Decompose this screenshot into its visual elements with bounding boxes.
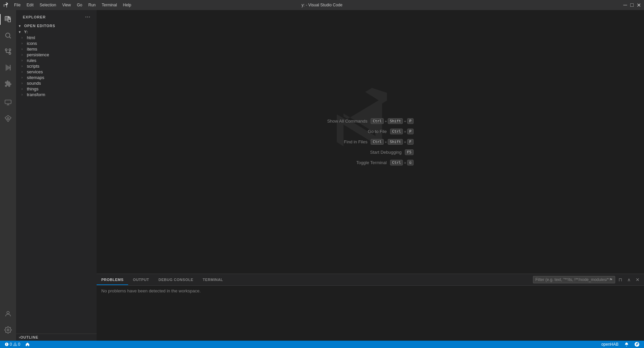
- folder-html[interactable]: › html: [16, 35, 97, 41]
- folder-icons-chevron: ›: [21, 42, 25, 45]
- menu-view[interactable]: View: [59, 2, 73, 8]
- menu-terminal[interactable]: Terminal: [99, 2, 119, 8]
- status-errors[interactable]: 0 0: [3, 341, 21, 348]
- outline-label: Outline: [20, 335, 38, 339]
- folder-items[interactable]: › items: [16, 46, 97, 52]
- status-notifications[interactable]: [623, 341, 630, 348]
- key-shift: Shift: [388, 118, 403, 124]
- menu-edit[interactable]: Edit: [24, 2, 36, 8]
- activity-explorer[interactable]: [0, 11, 16, 27]
- statusbar: 0 0 openHAB: [0, 341, 644, 348]
- app-icon: [3, 2, 9, 8]
- menu-file[interactable]: File: [11, 2, 23, 8]
- menu-help[interactable]: Help: [120, 2, 134, 8]
- panel-content: No problems have been detected in the wo…: [97, 286, 644, 341]
- shortcut-keys-debug: F5: [405, 149, 413, 155]
- folder-transform[interactable]: › transform: [16, 92, 97, 97]
- key-p: P: [407, 118, 414, 124]
- svg-marker-7: [6, 65, 10, 71]
- close-panel-button[interactable]: ✕: [634, 276, 641, 283]
- sidebar-header: Explorer ···: [16, 10, 97, 23]
- open-editors-header[interactable]: ▾ Open Editors: [16, 23, 97, 29]
- maximize-button[interactable]: □: [630, 3, 634, 7]
- activity-search[interactable]: [0, 27, 16, 44]
- shortcut-row-terminal: Toggle Terminal Ctrl + ü: [327, 160, 413, 165]
- shortcut-keys-file: Ctrl + P: [390, 129, 414, 134]
- folder-scripts[interactable]: › scripts: [16, 63, 97, 69]
- shortcut-row-file: Go to File Ctrl + P: [327, 129, 413, 134]
- folder-scripts-label: scripts: [27, 64, 40, 69]
- folder-sitemaps[interactable]: › sitemaps: [16, 75, 97, 80]
- activity-run[interactable]: [0, 60, 16, 76]
- svg-point-3: [5, 49, 7, 51]
- folder-things[interactable]: › things: [16, 86, 97, 92]
- status-openhab[interactable]: openHAB: [600, 341, 620, 348]
- y-folder-header[interactable]: ▾ Y:: [16, 29, 97, 35]
- transfer-panel-button[interactable]: ⊓: [616, 276, 624, 283]
- menu-selection[interactable]: Selection: [37, 2, 59, 8]
- activity-source-control[interactable]: [0, 44, 16, 60]
- bell-icon: [625, 342, 629, 346]
- window-controls: ─ □ ✕: [623, 3, 641, 7]
- shortcut-label-commands: Show All Commands: [327, 119, 367, 124]
- panel-tabs: Problems Output Debug Console Terminal ⚑…: [97, 274, 644, 286]
- svg-line-2: [9, 37, 11, 38]
- maximize-panel-button[interactable]: ∧: [625, 276, 633, 283]
- close-button[interactable]: ✕: [637, 3, 641, 7]
- key-ue: ü: [407, 160, 414, 165]
- folder-scripts-chevron: ›: [21, 64, 25, 68]
- activity-settings[interactable]: [0, 322, 16, 338]
- folder-items-label: items: [27, 47, 37, 52]
- shortcut-label-terminal: Toggle Terminal: [356, 160, 387, 165]
- shortcut-label-file: Go to File: [368, 129, 387, 134]
- folder-sounds[interactable]: › sounds: [16, 80, 97, 86]
- status-remote[interactable]: [633, 341, 641, 348]
- svg-point-13: [7, 311, 9, 314]
- filter-input-container: ⚑: [533, 276, 615, 283]
- folder-persistence[interactable]: › persistence: [16, 52, 97, 58]
- tab-terminal[interactable]: Terminal: [198, 275, 228, 285]
- activity-accounts[interactable]: [0, 306, 16, 322]
- status-home[interactable]: [24, 341, 31, 348]
- svg-point-12: [7, 118, 9, 120]
- folder-rules[interactable]: › rules: [16, 58, 97, 63]
- shortcut-keys-find: Ctrl + Shift + F: [371, 139, 413, 145]
- sidebar-content: ▾ Open Editors ▾ Y: › html › icons › ite…: [16, 23, 97, 334]
- sidebar-more-button[interactable]: ···: [84, 13, 92, 21]
- folder-rules-chevron: ›: [21, 59, 25, 62]
- folder-services[interactable]: › services: [16, 69, 97, 75]
- main-container: Explorer ··· ▾ Open Editors ▾ Y: › html …: [0, 10, 644, 341]
- folder-sitemaps-label: sitemaps: [27, 75, 44, 80]
- activity-remote-explorer[interactable]: [0, 94, 16, 111]
- warning-icon: [13, 342, 17, 346]
- remote-icon: [635, 342, 639, 347]
- shortcut-row-debug: Start Debugging F5: [327, 149, 413, 155]
- folder-services-label: services: [27, 69, 43, 74]
- shortcut-keys-commands: Ctrl + Shift + P: [371, 118, 413, 124]
- home-icon: [25, 342, 30, 346]
- menu-bar: File Edit Selection View Go Run Terminal…: [11, 2, 134, 8]
- minimize-button[interactable]: ─: [623, 3, 627, 7]
- folder-rules-label: rules: [27, 58, 36, 63]
- folder-services-chevron: ›: [21, 70, 25, 74]
- folder-icons[interactable]: › icons: [16, 41, 97, 46]
- tab-output[interactable]: Output: [128, 275, 154, 285]
- tab-problems[interactable]: Problems: [97, 275, 128, 285]
- folder-html-label: html: [27, 35, 35, 40]
- error-count: 0: [10, 342, 12, 347]
- menu-go[interactable]: Go: [74, 2, 85, 8]
- tab-debug-console[interactable]: Debug Console: [154, 275, 198, 285]
- key-f5: F5: [405, 149, 413, 155]
- editor-main: Show All Commands Ctrl + Shift + P Go to…: [97, 10, 644, 274]
- error-icon: [5, 342, 9, 346]
- outline-section-header[interactable]: › Outline: [16, 334, 97, 341]
- activity-extensions[interactable]: [0, 76, 16, 92]
- key-ctrl-4: Ctrl: [390, 160, 403, 165]
- activity-openhab[interactable]: [0, 111, 16, 127]
- y-folder-chevron: ▾: [19, 30, 23, 34]
- activity-bar: [0, 10, 16, 341]
- folder-sounds-chevron: ›: [21, 81, 25, 85]
- bottom-panel: Problems Output Debug Console Terminal ⚑…: [97, 274, 644, 341]
- menu-run[interactable]: Run: [86, 2, 98, 8]
- filter-input[interactable]: [535, 277, 609, 282]
